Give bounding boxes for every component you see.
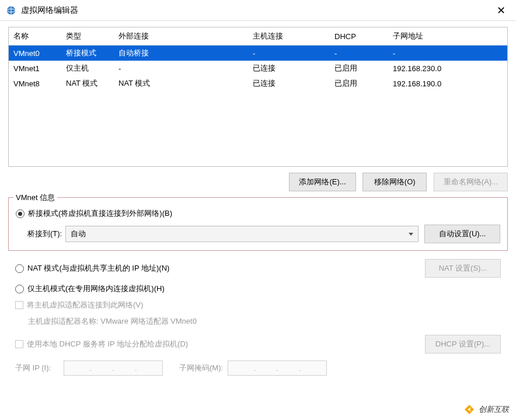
- add-network-button[interactable]: 添加网络(E)...: [289, 173, 355, 191]
- watermark-text: 创新互联: [479, 404, 509, 415]
- hostonly-radio-label: 仅主机模式(在专用网络内连接虚拟机)(H): [27, 284, 165, 294]
- network-table: 名称 类型 外部连接 主机连接 DHCP 子网地址 VMnet0 桥接模式 自动…: [8, 27, 508, 167]
- vmnet-options: NAT 模式(与虚拟机共享主机的 IP 地址)(N) NAT 设置(S)... …: [8, 251, 508, 378]
- titlebar: 虚拟网络编辑器 ✕: [0, 0, 516, 21]
- remove-network-button[interactable]: 移除网络(O): [362, 173, 427, 191]
- cell-host: 已连接: [248, 76, 330, 91]
- subnet-mask-label: 子网掩码(M):: [179, 363, 223, 373]
- watermark: 创新互联: [463, 404, 509, 415]
- col-name[interactable]: 名称: [9, 27, 61, 46]
- dhcp-settings-button: DHCP 设置(P)...: [425, 335, 501, 354]
- nat-settings-button: NAT 设置(S)...: [425, 259, 501, 278]
- cell-external: 自动桥接: [114, 46, 248, 61]
- col-host[interactable]: 主机连接: [248, 27, 330, 46]
- cell-name: VMnet1: [9, 61, 61, 76]
- cell-dhcp: 已启用: [330, 61, 388, 76]
- watermark-logo-icon: [463, 404, 475, 415]
- use-dhcp-label: 使用本地 DHCP 服务将 IP 地址分配给虚拟机(D): [27, 339, 188, 349]
- col-dhcp[interactable]: DHCP: [330, 27, 388, 46]
- bridge-to-label: 桥接到(T):: [27, 229, 62, 239]
- cell-external: NAT 模式: [114, 76, 248, 91]
- nat-radio-label: NAT 模式(与虚拟机共享主机的 IP 地址)(N): [27, 263, 169, 274]
- radio-icon: [16, 209, 25, 218]
- table-row[interactable]: VMnet0 桥接模式 自动桥接 - - -: [9, 46, 507, 61]
- host-adapter-name: 主机虚拟适配器名称: VMware 网络适配器 VMnet0: [28, 316, 501, 327]
- rename-network-button: 重命名网络(A)...: [434, 173, 508, 191]
- radio-icon: [15, 264, 24, 273]
- checkbox-icon: [15, 301, 23, 309]
- cell-dhcp: -: [330, 46, 388, 61]
- chevron-down-icon: [409, 233, 413, 236]
- checkbox-icon: [15, 340, 23, 348]
- bridge-radio[interactable]: 桥接模式(将虚拟机直接连接到外部网络)(B): [16, 208, 500, 219]
- cell-type: 仅主机: [61, 61, 114, 76]
- table-header-row: 名称 类型 外部连接 主机连接 DHCP 子网地址: [9, 27, 507, 46]
- app-icon: [6, 5, 16, 16]
- vmnet-info-group: VMnet 信息 桥接模式(将虚拟机直接连接到外部网络)(B) 桥接到(T): …: [8, 197, 508, 251]
- radio-icon: [15, 285, 24, 293]
- subnet-ip-label: 子网 IP (I):: [15, 363, 59, 373]
- col-external[interactable]: 外部连接: [114, 27, 248, 46]
- cell-subnet: 192.168.190.0: [388, 76, 507, 91]
- use-dhcp-checkbox: 使用本地 DHCP 服务将 IP 地址分配给虚拟机(D): [15, 339, 188, 349]
- hostonly-radio[interactable]: 仅主机模式(在专用网络内连接虚拟机)(H): [15, 284, 501, 294]
- cell-host: 已连接: [248, 61, 330, 76]
- network-buttons: 添加网络(E)... 移除网络(O) 重命名网络(A)...: [8, 173, 508, 191]
- bridge-radio-label: 桥接模式(将虚拟机直接连接到外部网络)(B): [28, 208, 172, 219]
- close-icon[interactable]: ✕: [492, 2, 510, 19]
- cell-host: -: [248, 46, 330, 61]
- cell-subnet: 192.168.230.0: [388, 61, 507, 76]
- table-row[interactable]: VMnet8 NAT 模式 NAT 模式 已连接 已启用 192.168.190…: [9, 76, 507, 91]
- cell-name: VMnet0: [9, 46, 61, 61]
- connect-host-adapter-label: 将主机虚拟适配器连接到此网络(V): [27, 300, 143, 310]
- cell-type: NAT 模式: [61, 76, 114, 91]
- cell-external: -: [114, 61, 248, 76]
- nat-radio[interactable]: NAT 模式(与虚拟机共享主机的 IP 地址)(N): [15, 263, 169, 274]
- col-subnet[interactable]: 子网地址: [388, 27, 507, 46]
- table-row[interactable]: VMnet1 仅主机 - 已连接 已启用 192.168.230.0: [9, 61, 507, 76]
- cell-type: 桥接模式: [61, 46, 114, 61]
- cell-name: VMnet8: [9, 76, 61, 91]
- auto-settings-button[interactable]: 自动设置(U)...: [424, 225, 500, 243]
- col-type[interactable]: 类型: [61, 27, 114, 46]
- bridge-to-value: 自动: [71, 229, 86, 239]
- connect-host-adapter-checkbox: 将主机虚拟适配器连接到此网络(V): [15, 300, 501, 310]
- subnet-ip-field: ...: [64, 360, 163, 376]
- vmnet-info-title: VMnet 信息: [13, 192, 57, 203]
- cell-dhcp: 已启用: [330, 76, 388, 91]
- cell-subnet: -: [388, 46, 507, 61]
- window-title: 虚拟网络编辑器: [21, 5, 492, 16]
- bridge-to-select[interactable]: 自动: [65, 226, 419, 242]
- subnet-mask-field: ...: [228, 360, 327, 376]
